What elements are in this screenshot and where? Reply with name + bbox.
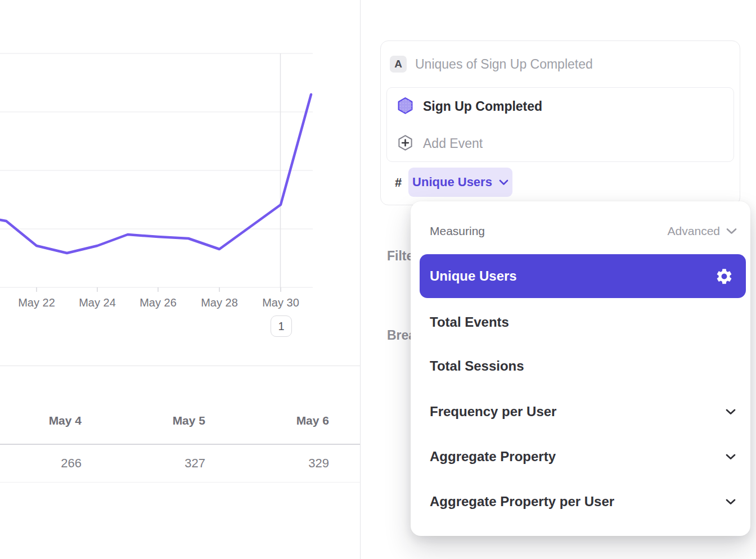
x-axis-label: May 24: [79, 295, 116, 310]
menu-item-frequency-per-user[interactable]: Frequency per User: [411, 396, 750, 427]
measure-value: Unique Users: [412, 175, 492, 190]
measuring-menu-header: Measuring Advanced: [430, 220, 737, 242]
x-axis-label: May 30: [262, 295, 299, 310]
trend-chart: [0, 0, 313, 301]
event-card: Sign Up Completed Add Event: [386, 87, 734, 162]
plus-hexagon-icon: [397, 134, 413, 152]
add-event-button[interactable]: Add Event: [387, 125, 734, 162]
menu-item-aggregate-property-per-user[interactable]: Aggregate Property per User: [411, 486, 750, 517]
x-axis-ticks: [37, 287, 281, 292]
event-name: Sign Up Completed: [423, 99, 542, 114]
trend-line: [0, 94, 311, 253]
advanced-label: Advanced: [668, 224, 720, 238]
menu-item-total-sessions[interactable]: Total Sessions: [411, 350, 750, 382]
event-hexagon-icon: [397, 97, 414, 116]
chevron-down-icon: [726, 499, 736, 505]
chevron-down-icon: [726, 409, 736, 415]
x-axis-label: May 26: [140, 295, 177, 310]
table-header-row: May 4 May 5 May 6: [0, 407, 371, 435]
menu-item-label: Unique Users: [430, 268, 715, 284]
annotation-marker-button[interactable]: 1: [271, 315, 292, 337]
table-column-header: May 6: [248, 414, 371, 427]
query-builder-card: A Uniques of Sign Up Completed Sign: [380, 40, 740, 205]
table-cell: 329: [248, 456, 371, 471]
table-cell: 266: [0, 456, 124, 471]
add-event-label: Add Event: [423, 136, 483, 151]
table-cell: 327: [124, 456, 248, 471]
measure-dropdown-button[interactable]: Unique Users: [408, 168, 512, 197]
chevron-down-icon: [726, 228, 737, 235]
event-row-sign-up-completed[interactable]: Sign Up Completed: [387, 88, 734, 125]
h-gridlines: [0, 53, 313, 287]
analytics-app: May 22 May 24 May 26 May 28 May 30 1 May…: [0, 0, 756, 559]
measuring-label: Measuring: [430, 224, 485, 238]
table-header-divider: [0, 444, 360, 445]
measuring-menu: Measuring Advanced Unique Users Total Ev…: [411, 201, 750, 536]
advanced-toggle[interactable]: Advanced: [668, 224, 737, 238]
table-column-header: May 4: [0, 414, 124, 427]
gear-icon[interactable]: [715, 267, 734, 286]
query-title: Uniques of Sign Up Completed: [415, 56, 593, 73]
table-column-header: May 5: [124, 414, 248, 427]
menu-item-unique-users[interactable]: Unique Users: [420, 254, 746, 298]
pane-divider: [360, 0, 361, 559]
series-a-badge: A: [390, 56, 407, 73]
table-value-row: 266 327 329: [0, 449, 371, 477]
menu-item-label: Frequency per User: [430, 404, 556, 420]
measure-hash-symbol: #: [395, 175, 402, 190]
menu-item-label: Aggregate Property: [430, 449, 556, 465]
x-axis: May 22 May 24 May 26 May 28 May 30: [0, 295, 313, 310]
table-row-divider: [0, 482, 360, 483]
chevron-down-icon: [499, 179, 508, 186]
chevron-down-icon: [726, 454, 736, 460]
menu-item-label: Total Events: [430, 314, 509, 330]
menu-item-label: Total Sessions: [430, 358, 524, 374]
chart-table-divider: [0, 366, 360, 366]
x-axis-label: May 28: [201, 295, 238, 310]
x-axis-label: May 22: [18, 295, 55, 310]
menu-item-total-events[interactable]: Total Events: [411, 306, 750, 338]
menu-item-aggregate-property[interactable]: Aggregate Property: [411, 441, 750, 472]
menu-item-label: Aggregate Property per User: [430, 494, 614, 510]
